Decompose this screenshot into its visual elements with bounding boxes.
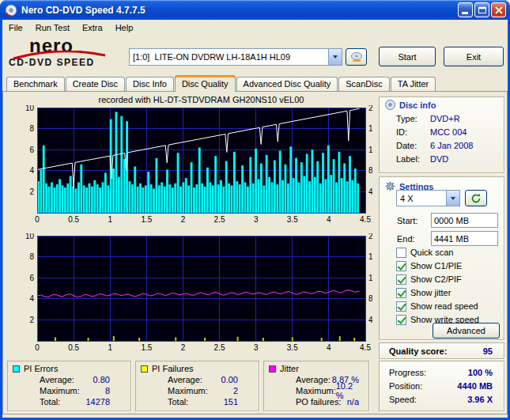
close-icon — [495, 6, 503, 14]
menu-extra[interactable]: Extra — [76, 20, 109, 36]
window-body: File Run Test Extra Help nero CD-DVD SPE… — [2, 20, 508, 418]
tab-strip: Benchmark Create Disc Disc Info Disc Qua… — [6, 74, 508, 91]
end-position-field[interactable] — [431, 231, 498, 246]
pi-failures-summary-panel: PI Failures Average:0.00 Maximum:2 Total… — [135, 361, 259, 411]
svg-text:0: 0 — [35, 343, 40, 352]
svg-text:12: 12 — [368, 146, 372, 154]
show-c2-pif-option[interactable]: Show C2/PIF — [396, 274, 462, 285]
jitter-swatch — [269, 365, 276, 373]
pi-errors-summary-panel: PI Errors Average:0.80 Maximum:8 Total:1… — [7, 361, 131, 411]
title-bar[interactable]: Nero CD-DVD Speed 4.7.7.5 — [0, 0, 510, 20]
svg-text:4: 4 — [29, 166, 34, 175]
show-c1-pie-checkbox[interactable] — [396, 261, 406, 271]
tab-disc-quality[interactable]: Disc Quality — [175, 75, 236, 92]
svg-text:4: 4 — [29, 294, 34, 303]
stat-row: Total:151 — [136, 396, 259, 407]
panel-title-text: PI Errors — [24, 364, 58, 373]
stat-label: Total: — [168, 397, 188, 407]
tab-create-disc[interactable]: Create Disc — [66, 77, 125, 91]
nero-logo: nero CD-DVD SPEED — [9, 36, 123, 68]
stat-row: PO failures:n/a — [264, 396, 368, 407]
quick-scan-checkbox[interactable] — [396, 248, 406, 258]
tab-scandisc[interactable]: ScanDisc — [338, 77, 389, 91]
info-label: Type: — [396, 114, 430, 123]
info-label: Label: — [396, 154, 430, 164]
tab-disc-info[interactable]: Disc Info — [126, 77, 174, 91]
svg-text:3: 3 — [254, 343, 259, 352]
menu-run-test[interactable]: Run Test — [29, 20, 76, 36]
tab-ta-jitter[interactable]: TA Jitter — [391, 77, 436, 91]
svg-text:6: 6 — [29, 274, 34, 282]
drive-select-dropdown-button[interactable] — [328, 49, 342, 65]
scan-speed-value: 4 X — [397, 194, 446, 203]
chevron-down-icon — [333, 55, 338, 59]
show-jitter-checkbox[interactable] — [396, 288, 406, 298]
tab-advanced-disc-quality[interactable]: Advanced Disc Quality — [236, 77, 338, 91]
info-row: Label:DVD — [380, 152, 504, 165]
info-row: Type:DVD+R — [380, 112, 504, 125]
jitter-chart: 2468104812162000.511.522.533.544.5 — [7, 233, 372, 358]
show-read-speed-checkbox[interactable] — [396, 301, 406, 312]
settings-panel: Settings 4 X Start: End: Quick scan — [379, 176, 504, 340]
scan-speed-combobox[interactable]: 4 X — [396, 190, 460, 206]
info-value: DVD+R — [430, 114, 460, 123]
disc-quality-page: recorded with HL-DT-STDVDRAM GH20NS10 vE… — [2, 91, 508, 414]
start-button[interactable]: Start — [379, 47, 436, 66]
menu-help[interactable]: Help — [109, 20, 140, 36]
stat-row: Maximum:8 — [8, 385, 130, 396]
svg-text:0: 0 — [35, 215, 40, 224]
quick-scan-option[interactable]: Quick scan — [396, 247, 453, 258]
tab-benchmark[interactable]: Benchmark — [6, 77, 65, 91]
checkbox-label: Quick scan — [410, 248, 453, 257]
start-label: Start: — [397, 216, 417, 225]
stat-label: PO failures: — [296, 397, 341, 407]
disc-info-panel: Disc info Type:DVD+R ID:MCC 004 Date:6 J… — [379, 96, 504, 173]
svg-text:6: 6 — [29, 146, 34, 154]
svg-text:2: 2 — [181, 215, 186, 224]
svg-text:16: 16 — [368, 124, 372, 133]
progress-value: 100 % — [468, 368, 493, 377]
maximize-button[interactable] — [474, 2, 489, 17]
panel-title: Disc info — [380, 97, 504, 112]
stat-value: 0.80 — [93, 375, 130, 384]
svg-text:1.5: 1.5 — [141, 343, 152, 352]
progress-row: Progress:100 % — [380, 365, 504, 379]
app-icon — [5, 4, 17, 17]
stat-label: Average: — [40, 375, 74, 384]
refresh-icon — [470, 193, 482, 203]
drive-info-button[interactable] — [346, 48, 367, 66]
drive-select-value: [1:0] LITE-ON DVDRW LH-18A1H HL09 — [130, 52, 328, 62]
show-jitter-option[interactable]: Show jitter — [396, 287, 451, 298]
scan-speed-dropdown-button[interactable] — [446, 191, 459, 206]
advanced-button[interactable]: Advanced — [433, 323, 500, 339]
start-position-field[interactable] — [431, 213, 498, 228]
minimize-button[interactable] — [458, 2, 473, 17]
stat-label: Average: — [168, 375, 202, 384]
menu-file[interactable]: File — [2, 20, 29, 36]
panel-title: PI Failures — [136, 361, 259, 374]
close-button[interactable] — [491, 2, 506, 17]
svg-text:8: 8 — [29, 252, 34, 261]
stat-row: Maximum:10.2 % — [264, 385, 368, 396]
svg-text:2.5: 2.5 — [214, 343, 225, 352]
show-c2-pif-checkbox[interactable] — [396, 274, 406, 285]
stat-row: Total:14278 — [8, 396, 130, 407]
exit-button[interactable]: Exit — [444, 47, 504, 66]
quality-score-panel: Quality score: 95 — [379, 342, 504, 359]
svg-text:3: 3 — [254, 215, 259, 224]
svg-text:12: 12 — [368, 274, 372, 282]
logo-swoosh-icon — [12, 51, 107, 60]
svg-text:2: 2 — [29, 187, 34, 196]
svg-text:4: 4 — [368, 187, 372, 196]
refresh-speeds-button[interactable] — [465, 190, 487, 206]
stat-label: Average: — [296, 375, 331, 384]
svg-text:3.5: 3.5 — [287, 215, 298, 224]
window-title: Nero CD-DVD Speed 4.7.7.5 — [21, 5, 458, 16]
show-write-speed-checkbox[interactable] — [396, 315, 406, 325]
show-read-speed-option[interactable]: Show read speed — [396, 301, 478, 312]
drive-select-combobox[interactable]: [1:0] LITE-ON DVDRW LH-18A1H HL09 — [129, 48, 342, 66]
show-c1-pie-option[interactable]: Show C1/PIE — [396, 260, 462, 271]
stat-value: n/a — [347, 397, 368, 407]
chevron-down-icon — [451, 197, 455, 200]
stat-value: 14278 — [85, 397, 130, 407]
